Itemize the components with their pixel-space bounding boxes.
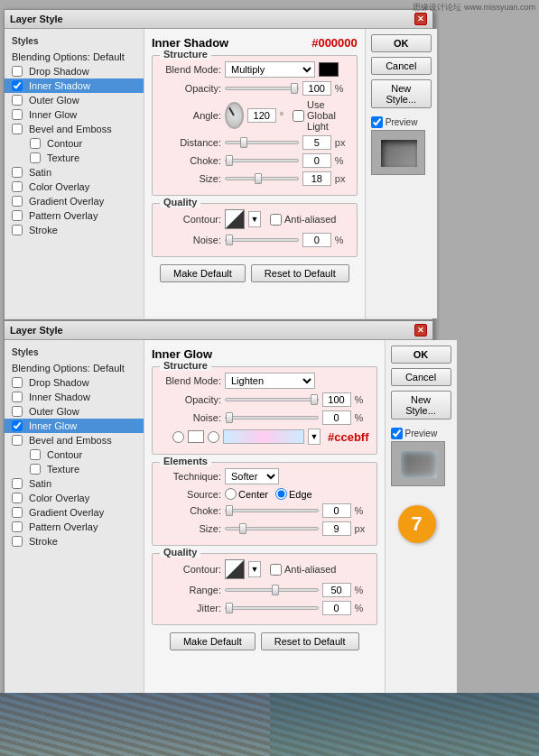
noise-thumb-2[interactable] xyxy=(226,412,233,423)
sidebar2-item-bevel-emboss[interactable]: Bevel and Emboss xyxy=(5,433,144,447)
glow-radio-gradient-2[interactable] xyxy=(208,431,219,443)
sidebar1-item-texture[interactable]: Texture xyxy=(5,151,144,165)
sidebar2-item-satin[interactable]: Satin xyxy=(5,476,144,491)
sidebar1-item-blending[interactable]: Blending Options: Default xyxy=(5,50,144,64)
sidebar2-bevel-emboss-checkbox[interactable] xyxy=(12,435,23,446)
ok-button-2[interactable]: OK xyxy=(391,346,451,364)
make-default-button-1[interactable]: Make Default xyxy=(160,264,246,282)
sidebar2-item-drop-shadow[interactable]: Drop Shadow xyxy=(5,375,144,390)
sidebar1-satin-checkbox[interactable] xyxy=(12,167,23,178)
opacity-thumb-2[interactable] xyxy=(311,394,318,405)
blend-mode-select-2[interactable]: Lighten xyxy=(225,373,315,389)
opacity-slider-1[interactable] xyxy=(225,87,299,90)
sidebar2-item-outer-glow[interactable]: Outer Glow xyxy=(5,404,144,419)
cancel-button-1[interactable]: Cancel xyxy=(371,57,432,75)
glow-radio-solid-2[interactable] xyxy=(172,431,184,443)
reset-default-button-2[interactable]: Reset to Default xyxy=(261,632,359,650)
range-thumb-2[interactable] xyxy=(272,585,279,595)
sidebar1-inner-shadow-checkbox[interactable] xyxy=(12,80,23,91)
sidebar2-color-overlay-checkbox[interactable] xyxy=(12,493,23,503)
sidebar1-drop-shadow-checkbox[interactable] xyxy=(12,66,23,77)
noise-slider-1[interactable] xyxy=(225,238,299,242)
contour-dropdown-btn-1[interactable]: ▼ xyxy=(248,211,261,227)
noise-input-2[interactable]: 0 xyxy=(322,410,351,425)
sidebar2-stroke-checkbox[interactable] xyxy=(12,536,23,547)
sidebar2-item-blending[interactable]: Blending Options: Default xyxy=(5,361,144,375)
sidebar2-item-inner-shadow[interactable]: Inner Shadow xyxy=(5,390,144,404)
distance-input-1[interactable]: 5 xyxy=(302,135,331,150)
angle-input-1[interactable]: 120 xyxy=(247,108,276,123)
jitter-slider-2[interactable] xyxy=(225,606,319,610)
sidebar1-item-outer-glow[interactable]: Outer Glow xyxy=(5,93,144,107)
preview-checkbox-2[interactable] xyxy=(391,428,403,439)
glow-gradient-dropdown-2[interactable]: ▼ xyxy=(308,429,321,445)
sidebar2-gradient-overlay-checkbox[interactable] xyxy=(12,507,23,518)
sidebar1-item-drop-shadow[interactable]: Drop Shadow xyxy=(5,64,144,78)
choke-slider-1[interactable] xyxy=(225,159,299,162)
sidebar1-gradient-overlay-checkbox[interactable] xyxy=(12,196,23,207)
sidebar2-item-pattern-overlay[interactable]: Pattern Overlay xyxy=(5,520,144,534)
noise-thumb-1[interactable] xyxy=(226,235,233,245)
size-input-2[interactable]: 9 xyxy=(322,521,351,536)
range-slider-2[interactable] xyxy=(225,588,319,592)
sidebar1-stroke-checkbox[interactable] xyxy=(12,225,23,235)
sidebar1-item-gradient-overlay[interactable]: Gradient Overlay xyxy=(5,194,144,208)
choke-thumb-1[interactable] xyxy=(226,155,233,166)
anti-aliased-checkbox-1[interactable] xyxy=(270,214,282,226)
source-center-radio-2[interactable] xyxy=(225,488,237,500)
choke-input-2[interactable]: 0 xyxy=(322,503,351,518)
sidebar1-color-overlay-checkbox[interactable] xyxy=(12,181,23,192)
sidebar2-item-contour[interactable]: Contour xyxy=(5,447,144,462)
panel1-close-button[interactable]: ✕ xyxy=(414,13,427,25)
sidebar1-item-pattern-overlay[interactable]: Pattern Overlay xyxy=(5,208,144,223)
opacity-input-2[interactable]: 100 xyxy=(322,392,351,407)
choke-input-1[interactable]: 0 xyxy=(302,153,331,168)
blend-mode-select-1[interactable]: Multiply xyxy=(225,61,315,78)
glow-gradient-bar-2[interactable] xyxy=(223,429,304,444)
ok-button-1[interactable]: OK xyxy=(371,34,432,52)
range-input-2[interactable]: 50 xyxy=(322,583,351,597)
glow-white-swatch-2[interactable] xyxy=(188,430,204,443)
sidebar2-inner-glow-checkbox[interactable] xyxy=(12,420,23,431)
sidebar1-item-stroke[interactable]: Stroke xyxy=(5,223,144,237)
sidebar1-item-inner-glow[interactable]: Inner Glow xyxy=(5,107,144,122)
noise-input-1[interactable]: 0 xyxy=(302,233,331,247)
size-slider-1[interactable] xyxy=(225,177,299,180)
choke-thumb-2[interactable] xyxy=(226,505,233,516)
size-thumb-1[interactable] xyxy=(255,173,262,184)
sidebar2-satin-checkbox[interactable] xyxy=(12,478,23,489)
cancel-button-2[interactable]: Cancel xyxy=(391,368,451,386)
distance-thumb-1[interactable] xyxy=(240,137,247,148)
anti-aliased-checkbox-2[interactable] xyxy=(270,564,282,576)
sidebar2-item-texture[interactable]: Texture xyxy=(5,462,144,476)
sidebar2-outer-glow-checkbox[interactable] xyxy=(12,406,23,417)
sidebar1-inner-glow-checkbox[interactable] xyxy=(12,109,23,120)
sidebar1-item-inner-shadow[interactable]: Inner Shadow xyxy=(5,78,144,93)
sidebar2-item-gradient-overlay[interactable]: Gradient Overlay xyxy=(5,505,144,520)
global-light-label-1[interactable]: Use Global Light xyxy=(293,99,349,132)
size-thumb-2[interactable] xyxy=(239,523,246,534)
sidebar2-drop-shadow-checkbox[interactable] xyxy=(12,377,23,388)
global-light-checkbox-1[interactable] xyxy=(293,110,304,122)
angle-dial-1[interactable] xyxy=(225,102,244,129)
sidebar1-contour-checkbox[interactable] xyxy=(30,138,41,149)
source-center-item[interactable]: Center xyxy=(225,488,268,500)
sidebar2-item-inner-glow[interactable]: Inner Glow xyxy=(5,419,144,433)
sidebar2-item-color-overlay[interactable]: Color Overlay xyxy=(5,491,144,505)
sidebar2-item-stroke[interactable]: Stroke xyxy=(5,534,144,549)
contour-dropdown-btn-2[interactable]: ▼ xyxy=(248,561,261,577)
noise-slider-2[interactable] xyxy=(225,416,319,419)
sidebar1-item-satin[interactable]: Satin xyxy=(5,165,144,180)
jitter-input-2[interactable]: 0 xyxy=(322,601,351,615)
source-edge-radio-2[interactable] xyxy=(275,488,287,500)
new-style-button-1[interactable]: New Style... xyxy=(371,79,432,108)
opacity-thumb-1[interactable] xyxy=(291,83,298,94)
contour-thumbnail-2[interactable] xyxy=(225,559,245,579)
sidebar2-pattern-overlay-checkbox[interactable] xyxy=(12,521,23,532)
anti-aliased-label-1[interactable]: Anti-aliased xyxy=(270,214,336,226)
sidebar1-pattern-overlay-checkbox[interactable] xyxy=(12,210,23,221)
source-edge-item[interactable]: Edge xyxy=(275,488,312,500)
sidebar1-outer-glow-checkbox[interactable] xyxy=(12,95,23,106)
blend-color-swatch-1[interactable] xyxy=(319,62,339,77)
sidebar1-item-bevel-emboss[interactable]: Bevel and Emboss xyxy=(5,122,144,136)
